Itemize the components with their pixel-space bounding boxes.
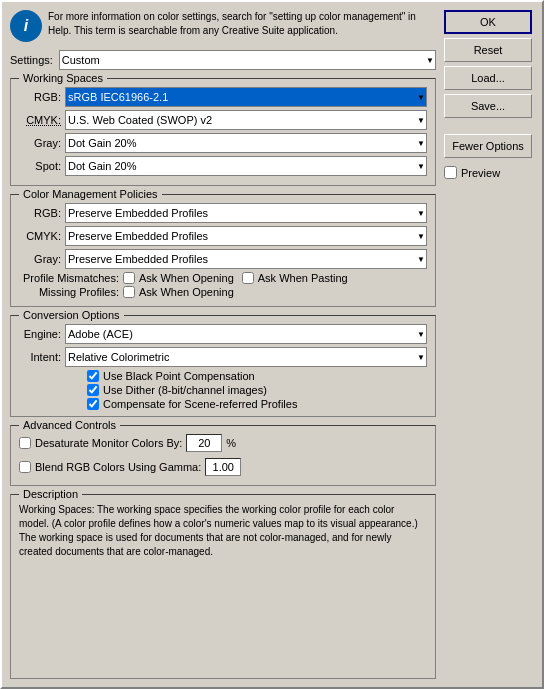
blend-checkbox[interactable]: [19, 461, 31, 473]
working-spaces-group: Working Spaces RGB: sRGB IEC61966-2.1 CM…: [10, 78, 436, 186]
use-black-point-label[interactable]: Use Black Point Compensation: [87, 370, 427, 382]
mismatches-checks: Ask When Opening Ask When Pasting: [123, 272, 348, 284]
cm-cmyk-label-text: CMYK:: [26, 230, 61, 242]
info-text: For more information on color settings, …: [48, 10, 436, 42]
advanced-label: Advanced Controls: [19, 419, 120, 431]
compensate-label[interactable]: Compensate for Scene-referred Profiles: [87, 398, 427, 410]
compensate-text: Compensate for Scene-referred Profiles: [103, 398, 297, 410]
color-settings-dialog: i For more information on color settings…: [0, 0, 544, 689]
desaturate-label-row[interactable]: Desaturate Monitor Colors By:: [19, 437, 182, 449]
ask-when-pasting-checkbox[interactable]: [242, 272, 254, 284]
cm-gray-row: Gray: Preserve Embedded Profiles: [19, 249, 427, 269]
blend-input[interactable]: [205, 458, 241, 476]
settings-label: Settings:: [10, 54, 53, 66]
ok-button[interactable]: OK: [444, 10, 532, 34]
missing-profiles-row: Missing Profiles: Ask When Opening: [19, 286, 427, 298]
ask-when-pasting-text: Ask When Pasting: [258, 272, 348, 284]
cm-cmyk-label: CMYK:: [19, 230, 61, 242]
advanced-controls: Desaturate Monitor Colors By: % Blend RG…: [19, 434, 427, 479]
desaturate-unit: %: [226, 437, 236, 449]
conversion-checkboxes: Use Black Point Compensation Use Dither …: [87, 370, 427, 410]
load-button[interactable]: Load...: [444, 66, 532, 90]
main-content: i For more information on color settings…: [10, 10, 436, 679]
description-text: Working Spaces: The working space specif…: [19, 503, 427, 559]
spot-select-wrapper: Dot Gain 20%: [65, 156, 427, 176]
rgb-label: RGB:: [19, 91, 61, 103]
desaturate-row: Desaturate Monitor Colors By: %: [19, 434, 427, 452]
profile-mismatches-label: Profile Mismatches:: [19, 272, 119, 284]
cm-rgb-select[interactable]: Preserve Embedded Profiles: [65, 203, 427, 223]
intent-select-wrapper: Relative Colorimetric: [65, 347, 427, 367]
ask-when-opening-2-checkbox[interactable]: [123, 286, 135, 298]
gray-select[interactable]: Dot Gain 20%: [65, 133, 427, 153]
right-panel: OK Reset Load... Save... Fewer Options P…: [444, 10, 534, 679]
info-bar: i For more information on color settings…: [10, 10, 436, 42]
color-management-label: Color Management Policies: [19, 188, 162, 200]
blend-row: Blend RGB Colors Using Gamma:: [19, 458, 427, 476]
working-spaces-label: Working Spaces: [19, 72, 107, 84]
spot-row: Spot: Dot Gain 20%: [19, 156, 427, 176]
preview-checkbox[interactable]: [444, 166, 457, 179]
use-dither-label[interactable]: Use Dither (8-bit/channel images): [87, 384, 427, 396]
gray-label: Gray:: [19, 137, 61, 149]
rgb-select-wrapper: sRGB IEC61966-2.1: [65, 87, 427, 107]
rgb-select[interactable]: sRGB IEC61966-2.1: [65, 87, 427, 107]
spot-label: Spot:: [19, 160, 61, 172]
gray-row: Gray: Dot Gain 20%: [19, 133, 427, 153]
cm-gray-select-wrapper: Preserve Embedded Profiles: [65, 249, 427, 269]
profile-mismatches-row: Profile Mismatches: Ask When Opening Ask…: [19, 272, 427, 284]
intent-select[interactable]: Relative Colorimetric: [65, 347, 427, 367]
cm-rgb-row: RGB: Preserve Embedded Profiles: [19, 203, 427, 223]
cm-cmyk-row: CMYK: Preserve Embedded Profiles: [19, 226, 427, 246]
cm-rgb-select-wrapper: Preserve Embedded Profiles: [65, 203, 427, 223]
conversion-label: Conversion Options: [19, 309, 124, 321]
use-dither-checkbox[interactable]: [87, 384, 99, 396]
cmyk-select-wrapper: U.S. Web Coated (SWOP) v2: [65, 110, 427, 130]
ask-when-opening-2-text: Ask When Opening: [139, 286, 234, 298]
preview-row: Preview: [444, 166, 534, 179]
save-button[interactable]: Save...: [444, 94, 532, 118]
cmyk-row: CMYK: U.S. Web Coated (SWOP) v2: [19, 110, 427, 130]
cmyk-select[interactable]: U.S. Web Coated (SWOP) v2: [65, 110, 427, 130]
desaturate-input[interactable]: [186, 434, 222, 452]
ask-when-opening-1-label[interactable]: Ask When Opening: [123, 272, 234, 284]
blend-label-row[interactable]: Blend RGB Colors Using Gamma:: [19, 461, 201, 473]
missing-checks: Ask When Opening: [123, 286, 234, 298]
engine-select[interactable]: Adobe (ACE): [65, 324, 427, 344]
use-black-point-checkbox[interactable]: [87, 370, 99, 382]
preview-label: Preview: [461, 167, 500, 179]
cm-cmyk-select-wrapper: Preserve Embedded Profiles: [65, 226, 427, 246]
missing-profiles-label: Missing Profiles:: [19, 286, 119, 298]
blend-label: Blend RGB Colors Using Gamma:: [35, 461, 201, 473]
ask-when-pasting-label[interactable]: Ask When Pasting: [242, 272, 348, 284]
fewer-options-button[interactable]: Fewer Options: [444, 134, 532, 158]
settings-select-wrapper: Custom: [59, 50, 436, 70]
info-icon: i: [10, 10, 42, 42]
ask-when-opening-1-checkbox[interactable]: [123, 272, 135, 284]
desaturate-label: Desaturate Monitor Colors By:: [35, 437, 182, 449]
use-dither-text: Use Dither (8-bit/channel images): [103, 384, 267, 396]
compensate-checkbox[interactable]: [87, 398, 99, 410]
engine-label: Engine:: [19, 328, 61, 340]
engine-select-wrapper: Adobe (ACE): [65, 324, 427, 344]
cm-rgb-label: RGB:: [19, 207, 61, 219]
intent-label: Intent:: [19, 351, 61, 363]
settings-select[interactable]: Custom: [59, 50, 436, 70]
advanced-group: Advanced Controls Desaturate Monitor Col…: [10, 425, 436, 486]
description-group: Description Working Spaces: The working …: [10, 494, 436, 679]
reset-button[interactable]: Reset: [444, 38, 532, 62]
cm-cmyk-select[interactable]: Preserve Embedded Profiles: [65, 226, 427, 246]
cmyk-label: CMYK:: [19, 114, 61, 126]
cm-gray-select[interactable]: Preserve Embedded Profiles: [65, 249, 427, 269]
engine-row: Engine: Adobe (ACE): [19, 324, 427, 344]
ask-when-opening-1-text: Ask When Opening: [139, 272, 234, 284]
cmyk-label-text: CMYK:: [26, 114, 61, 126]
rgb-row: RGB: sRGB IEC61966-2.1: [19, 87, 427, 107]
settings-row: Settings: Custom: [10, 50, 436, 70]
ask-when-opening-2-label[interactable]: Ask When Opening: [123, 286, 234, 298]
spot-select[interactable]: Dot Gain 20%: [65, 156, 427, 176]
desaturate-checkbox[interactable]: [19, 437, 31, 449]
cm-gray-label: Gray:: [19, 253, 61, 265]
intent-row: Intent: Relative Colorimetric: [19, 347, 427, 367]
use-black-point-text: Use Black Point Compensation: [103, 370, 255, 382]
